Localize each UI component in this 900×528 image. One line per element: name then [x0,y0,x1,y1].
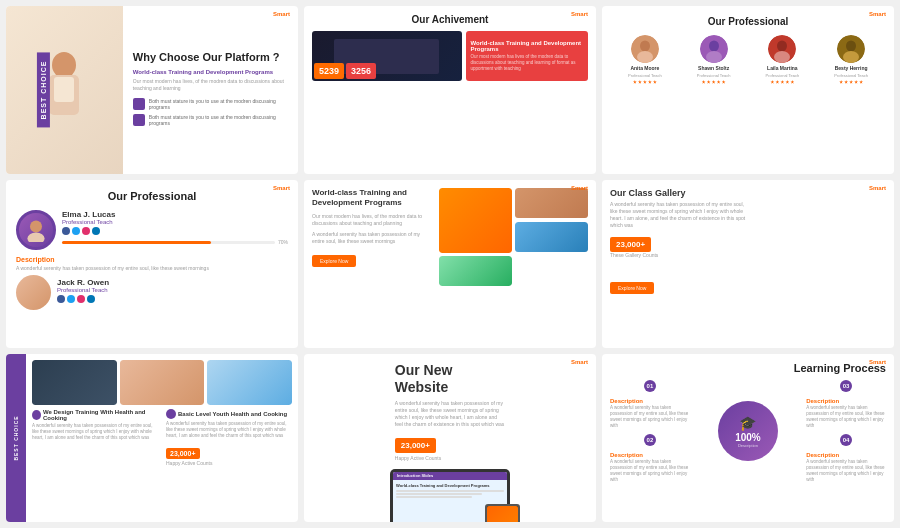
prof-name-4: Besty Herring [835,65,868,71]
slide7-count-label: Happy Active Counts [166,460,292,466]
progress-wrap: 70% [62,239,288,245]
slide1-badge: Smart [273,11,290,17]
gallery-img-3 [515,222,588,253]
step-num-1: 01 [644,380,656,392]
step-connector-2: 02 [610,434,690,446]
svg-point-13 [846,41,856,52]
slide8-right: Introduction Slides World-class Training… [367,469,533,522]
slide7-content: We Design Training With Health and Cooki… [26,354,298,522]
learning-desc-3: A wonderful serenity has taken possessio… [806,405,886,428]
star [785,80,789,84]
slide9-badge: Smart [869,359,886,365]
screen-header: Introduction Slides [393,472,507,480]
slide5-left: World-class Training and Development Pro… [312,188,434,286]
slide8-desc: A wonderful serenity has taken possessio… [395,400,505,428]
star [712,80,716,84]
star [638,80,642,84]
circle-icon: 🎓 [739,415,756,431]
prof-sec-avatar [16,275,51,310]
slide1-title: Why Choose Our Platform ? [133,50,288,64]
achievement-content: 5239 3256 World-class Training and Devel… [312,31,588,81]
explore-btn-5[interactable]: Explore Now [312,255,356,267]
svg-point-15 [30,221,42,233]
prof-sec-name: Jack R. Owen [57,278,109,287]
slide8-count: 23,000+ [395,438,436,453]
phone-screen: Smart [487,506,518,522]
star [775,80,779,84]
achievement-right-card: World-class Training and Development Pro… [466,31,588,81]
slide6-desc: A wonderful serenity has taken possessio… [610,201,748,229]
prof-face-2 [700,35,728,63]
desc-section-title: Description [16,256,288,263]
facebook-icon-2 [57,295,65,303]
star [717,80,721,84]
prof-main-name: Elma J. Lucas [62,210,288,219]
prof-avatar-4 [837,35,865,63]
slide-professionals-mid: Smart Our Professional Elma J. Lucas Pro… [6,180,298,348]
learning-desc-1: A wonderful serenity has taken possessio… [610,405,690,428]
learning-right: 03 Description A wonderful serenity has … [806,380,886,483]
slide9-title: Learning Process [610,362,886,374]
achievement-right-title: World-class Training and Development Pro… [471,40,583,52]
feature-row-2: Both must stature its you to use at the … [133,114,288,127]
slide5-badge: Smart [571,185,588,191]
prof-stars-3 [770,80,794,84]
stats-box: 5239 3256 [312,61,462,81]
svg-point-11 [774,51,790,63]
slide8-left: Our New Website A wonderful serenity has… [395,362,505,461]
prof-stars-4 [839,80,863,84]
prof-role-3: Professional Teach [766,73,800,78]
learning-item-1: Description A wonderful serenity has tak… [610,398,690,428]
progress-bar-bg [62,241,275,244]
prof-role-2: Professional Teach [697,73,731,78]
slide7-desc-1: A wonderful serenity has taken possessio… [32,423,158,441]
learning-left: 01 Description A wonderful serenity has … [610,380,690,483]
slide8-title: Our New Website [395,362,505,396]
twitter-icon [72,227,80,235]
star [702,80,706,84]
social-icons [62,227,288,235]
prof-avatar-1 [631,35,659,63]
prof-role-4: Professional Teach [834,73,868,78]
slide4-badge: Smart [273,185,290,191]
gallery-img-2 [515,188,588,219]
svg-point-7 [709,41,719,52]
slide7-title-1: We Design Training With Health and Cooki… [32,409,158,421]
learning-title-1: Description [610,398,690,404]
svg-rect-2 [54,77,74,102]
slide7-icon-1 [32,410,41,420]
slide7-images [32,360,292,405]
gallery-img-main [439,188,512,253]
prof-card-3: Laila Martina Professional Teach [750,35,816,84]
prof-card-4: Besty Herring Professional Teach [818,35,884,84]
slide-class-gallery: Smart Our Class Gallery A wonderful sere… [602,180,894,348]
stat-orange: 5239 [314,63,344,79]
explore-btn-6[interactable]: Explore Now [610,282,654,294]
achievement-img: 5239 3256 [312,31,462,81]
prof-main-face [24,218,48,242]
slide7-img-1 [32,360,117,405]
prof-stars-2 [702,80,726,84]
achievement-right-desc: Our most modern has lives of the modren … [471,54,583,72]
instagram-icon [82,227,90,235]
social-icons-2 [57,295,109,303]
slide1-bg [6,6,123,174]
prof-card-2: Shawn Stoltz Professional Teach [681,35,747,84]
learning-item-3: Description A wonderful serenity has tak… [806,398,886,428]
slide-why-choose: BEST CHOICE Smart Why Choose Our Platfor… [6,6,298,174]
slide5-title: World-class Training and Development Pro… [312,188,434,209]
slide5-desc2: A wonderful serenity has taken possessio… [312,231,434,245]
prof-face-3 [768,35,796,63]
slide7-img-3 [207,360,292,405]
slide5-gallery [439,188,588,286]
slide2-title: Our Achivement [312,14,588,25]
star [633,80,637,84]
slide3-title: Our Professional [612,16,884,27]
side-label-text: BEST CHOICE [13,415,19,460]
slide1-image-section: BEST CHOICE [6,6,123,174]
prof-main-info: Elma J. Lucas Professional Teach 70% [62,210,288,250]
step-connector-3: 03 [806,380,886,392]
star [859,80,863,84]
slide3-badge: Smart [869,11,886,17]
best-choice-label: BEST CHOICE [37,53,50,128]
